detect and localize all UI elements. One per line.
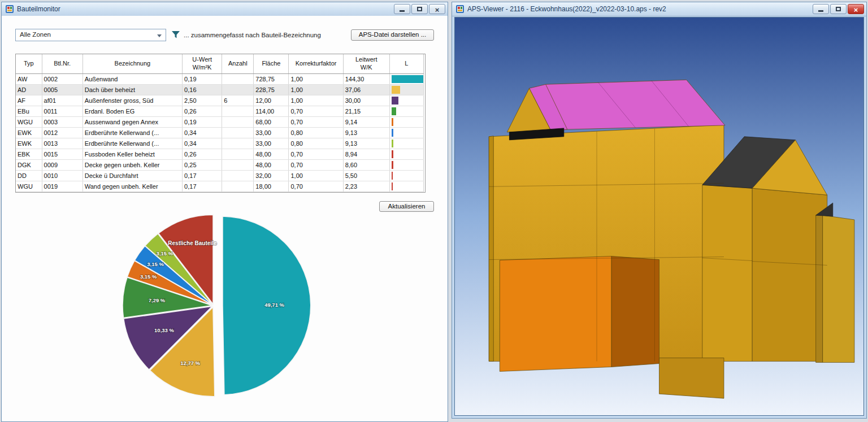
leitwert-bar <box>392 140 394 147</box>
cell-korrekturfaktor: 0,70 <box>289 160 343 171</box>
column-header[interactable]: Anzahl <box>222 54 254 74</box>
titlebar[interactable]: Bauteilmonitor × <box>2 2 448 16</box>
maximize-icon <box>417 7 422 11</box>
cell-nr: 0010 <box>42 171 83 181</box>
cell-u_wert: 0,26 <box>183 149 222 160</box>
cell-nr: 0003 <box>42 117 83 128</box>
minimize-button[interactable] <box>813 4 829 14</box>
table-row[interactable]: AW0002Außenwand0,19728,751,00144,30 <box>16 74 424 85</box>
cell-bezeichnung: Fussboden Keller beheizt <box>83 149 182 160</box>
cell-flaeche: 48,00 <box>254 149 289 160</box>
window-title: Bauteilmonitor <box>17 5 394 13</box>
cell-typ: EBu <box>16 106 42 117</box>
window-title: APS-Viewer - 2116 - Eckwohnhaus(2022)_v2… <box>467 5 813 13</box>
table-row[interactable]: EWK0012Erdberührte Kellerwand (...0,3433… <box>16 128 424 138</box>
cell-anzahl <box>222 85 254 95</box>
table-row[interactable]: DD0010Decke ü Durchfahrt0,1732,001,005,5… <box>16 171 424 181</box>
cell-typ: WGU <box>16 117 42 128</box>
table-row[interactable]: AD0005Dach über beheizt0,16228,751,0037,… <box>16 85 424 95</box>
aps-darstellen-button[interactable]: APS-Datei darstellen ... <box>351 29 434 41</box>
leitwert-bar <box>392 150 394 158</box>
cell-flaeche: 728,75 <box>254 74 289 85</box>
viewport-3d[interactable] <box>454 17 864 416</box>
leitwert-bar <box>392 161 393 169</box>
cell-u_wert: 0,19 <box>183 117 222 128</box>
base-front-wall <box>500 256 611 372</box>
cell-leitwert-bar <box>389 128 423 138</box>
column-header[interactable]: Bezeichnung <box>83 54 182 74</box>
cell-nr: 0015 <box>42 149 83 160</box>
column-header[interactable]: Fläche <box>254 54 289 74</box>
close-button[interactable]: × <box>848 4 864 14</box>
column-header[interactable]: Btl.Nr. <box>42 54 83 74</box>
zone-dropdown-value: Alle Zonen <box>20 31 51 38</box>
leitwert-bar <box>392 107 397 115</box>
table-row[interactable]: AFaf01Außenfenster gross, Süd2,50612,001… <box>16 95 424 106</box>
table-row[interactable]: WGU0003Aussenwand gegen Annex0,1968,000,… <box>16 117 424 128</box>
column-header[interactable]: Korrekturfaktor <box>289 54 343 74</box>
pie-chart[interactable]: 49,71 %12,77 %10,33 %7,29 %3,15 %3,15 %3… <box>118 208 327 407</box>
pie-slice-label: 3,15 % <box>147 261 164 267</box>
cell-bezeichnung: Dach über beheizt <box>83 85 182 95</box>
cell-nr: 0009 <box>42 160 83 171</box>
leitwert-bar <box>392 86 400 94</box>
funnel-icon[interactable] <box>171 31 180 39</box>
cell-u_wert: 0,25 <box>183 160 222 171</box>
cell-leitwert: 9,14 <box>343 117 389 128</box>
maximize-button[interactable] <box>830 4 847 14</box>
column-header[interactable]: Typ <box>16 54 42 74</box>
cell-anzahl <box>222 149 254 160</box>
pie-slice-label: 7,29 % <box>149 297 166 303</box>
cell-bezeichnung: Außenfenster gross, Süd <box>83 95 182 106</box>
cell-nr: 0019 <box>42 181 83 192</box>
cell-leitwert-bar <box>389 95 423 106</box>
maximize-button[interactable] <box>411 4 428 14</box>
table-row[interactable]: EWK0013Erdberührte Kellerwand (...0,3433… <box>16 138 424 149</box>
cell-flaeche: 32,00 <box>254 171 289 181</box>
window-bauteilmonitor: Bauteilmonitor × Alle Zonen ... zusammen… <box>1 2 448 422</box>
chevron-down-icon <box>157 34 162 37</box>
cell-typ: AF <box>16 95 42 106</box>
table-row[interactable]: WGU0019Wand gegen unbeh. Keller0,1718,00… <box>16 181 424 192</box>
cell-leitwert: 9,13 <box>343 128 389 138</box>
cell-flaeche: 114,00 <box>254 106 289 117</box>
table-row[interactable]: EBK0015Fussboden Keller beheizt0,2648,00… <box>16 149 424 160</box>
cell-bezeichnung: Decke ü Durchfahrt <box>83 171 182 181</box>
cell-typ: AD <box>16 85 42 95</box>
cell-korrekturfaktor: 0,80 <box>289 128 343 138</box>
cell-korrekturfaktor: 1,00 <box>289 74 343 85</box>
cell-u_wert: 0,26 <box>183 106 222 117</box>
column-header[interactable]: LeitwertW/K <box>343 54 389 74</box>
cell-anzahl <box>222 160 254 171</box>
leitwert-bar <box>392 129 394 137</box>
table-row[interactable]: EBu0011Erdanl. Boden EG0,26114,000,7021,… <box>16 106 424 117</box>
maximize-icon <box>836 7 841 11</box>
table-row[interactable]: DGK0009Decke gegen unbeh. Keller0,2548,0… <box>16 160 424 171</box>
pie-slice-label: 3,15 % <box>157 250 173 256</box>
cell-u_wert: 0,19 <box>183 74 222 85</box>
aktualisieren-button[interactable]: Aktualisieren <box>379 201 434 212</box>
close-icon: × <box>435 6 440 14</box>
bauteil-table-head: TypBtl.Nr.BezeichnungU-WertW/m²KAnzahlFl… <box>16 54 424 74</box>
column-header[interactable]: L <box>389 54 423 74</box>
app-icon <box>455 5 465 14</box>
cell-leitwert: 37,06 <box>343 85 389 95</box>
cell-typ: EWK <box>16 128 42 138</box>
cell-leitwert: 144,30 <box>343 74 389 85</box>
cell-typ: DD <box>16 171 42 181</box>
zone-dropdown[interactable]: Alle Zonen <box>15 29 166 41</box>
cell-korrekturfaktor: 1,00 <box>289 171 343 181</box>
titlebar[interactable]: APS-Viewer - 2116 - Eckwohnhaus(2022)_v2… <box>452 2 866 16</box>
minimize-button[interactable] <box>394 4 410 14</box>
leitwert-bar <box>392 172 393 180</box>
cell-korrekturfaktor: 0,70 <box>289 181 343 192</box>
cell-leitwert-bar <box>389 106 423 117</box>
cell-leitwert: 30,00 <box>343 95 389 106</box>
cell-leitwert-bar <box>389 160 423 171</box>
column-header[interactable]: U-WertW/m²K <box>183 54 222 74</box>
cell-leitwert-bar <box>389 181 423 192</box>
cell-nr: 0013 <box>42 138 83 149</box>
cell-anzahl <box>222 117 254 128</box>
cell-leitwert-bar <box>389 85 423 95</box>
close-button[interactable]: × <box>429 4 445 14</box>
